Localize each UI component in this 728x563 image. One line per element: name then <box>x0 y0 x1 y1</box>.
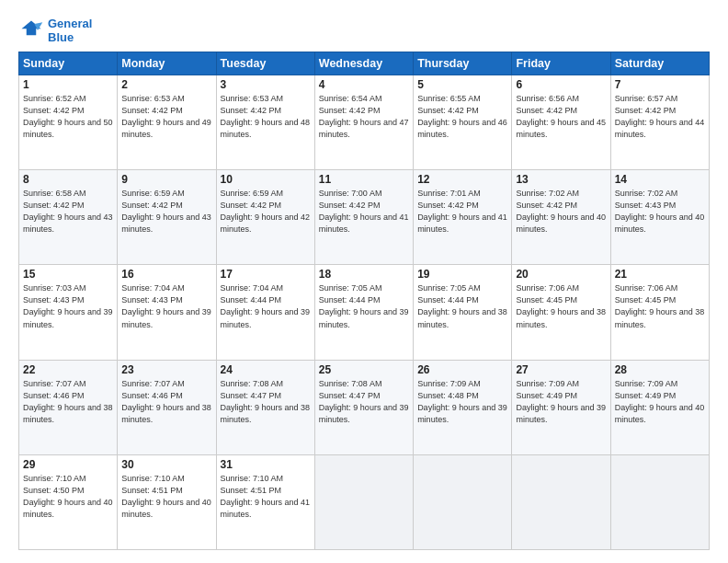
day-number: 1 <box>23 78 113 91</box>
calendar-day-cell: 16Sunrise: 7:04 AMSunset: 4:43 PMDayligh… <box>118 265 216 360</box>
calendar-day-cell: 8Sunrise: 6:58 AMSunset: 4:42 PMDaylight… <box>19 170 118 265</box>
calendar-header-row: SundayMondayTuesdayWednesdayThursdayFrid… <box>19 52 710 75</box>
calendar-day-cell <box>414 454 512 549</box>
day-number: 31 <box>221 458 311 471</box>
day-number: 16 <box>121 268 211 281</box>
day-number: 4 <box>319 78 409 91</box>
day-info: Sunrise: 7:08 AMSunset: 4:47 PMDaylight:… <box>319 378 409 426</box>
calendar-day-cell: 14Sunrise: 7:02 AMSunset: 4:43 PMDayligh… <box>610 170 709 265</box>
calendar-day-cell: 21Sunrise: 7:06 AMSunset: 4:45 PMDayligh… <box>610 265 709 360</box>
day-info: Sunrise: 7:04 AMSunset: 4:43 PMDaylight:… <box>121 282 211 330</box>
day-info: Sunrise: 6:58 AMSunset: 4:42 PMDaylight:… <box>23 188 113 236</box>
day-number: 27 <box>516 363 606 376</box>
day-info: Sunrise: 7:09 AMSunset: 4:49 PMDaylight:… <box>615 378 705 426</box>
calendar-day-cell: 10Sunrise: 6:59 AMSunset: 4:42 PMDayligh… <box>216 170 314 265</box>
calendar-header-thursday: Thursday <box>414 52 512 75</box>
day-number: 17 <box>221 268 311 281</box>
calendar-day-cell: 18Sunrise: 7:05 AMSunset: 4:44 PMDayligh… <box>314 265 413 360</box>
day-number: 3 <box>221 78 311 91</box>
calendar-day-cell: 25Sunrise: 7:08 AMSunset: 4:47 PMDayligh… <box>314 360 413 454</box>
day-info: Sunrise: 6:52 AMSunset: 4:42 PMDaylight:… <box>23 93 113 141</box>
calendar-day-cell <box>314 454 413 549</box>
day-info: Sunrise: 7:10 AMSunset: 4:51 PMDaylight:… <box>221 473 311 521</box>
calendar-header-friday: Friday <box>512 52 610 75</box>
calendar-day-cell: 23Sunrise: 7:07 AMSunset: 4:46 PMDayligh… <box>118 360 216 454</box>
day-number: 6 <box>516 78 606 91</box>
calendar-day-cell: 11Sunrise: 7:00 AMSunset: 4:42 PMDayligh… <box>314 170 413 265</box>
day-info: Sunrise: 6:57 AMSunset: 4:42 PMDaylight:… <box>615 93 705 141</box>
calendar-day-cell: 29Sunrise: 7:10 AMSunset: 4:50 PMDayligh… <box>19 454 118 549</box>
calendar-day-cell: 27Sunrise: 7:09 AMSunset: 4:49 PMDayligh… <box>512 360 610 454</box>
calendar-day-cell: 1Sunrise: 6:52 AMSunset: 4:42 PMDaylight… <box>19 75 118 170</box>
calendar-header-wednesday: Wednesday <box>314 52 413 75</box>
calendar-day-cell: 7Sunrise: 6:57 AMSunset: 4:42 PMDaylight… <box>610 75 709 170</box>
header: General Blue <box>18 17 710 44</box>
page: General Blue SundayMondayTuesdayWednesda… <box>0 0 728 563</box>
calendar-day-cell: 28Sunrise: 7:09 AMSunset: 4:49 PMDayligh… <box>610 360 709 454</box>
calendar-week-row: 8Sunrise: 6:58 AMSunset: 4:42 PMDaylight… <box>19 170 710 265</box>
calendar-week-row: 1Sunrise: 6:52 AMSunset: 4:42 PMDaylight… <box>19 75 710 170</box>
calendar-day-cell: 31Sunrise: 7:10 AMSunset: 4:51 PMDayligh… <box>216 454 314 549</box>
calendar-day-cell: 4Sunrise: 6:54 AMSunset: 4:42 PMDaylight… <box>314 75 413 170</box>
calendar-day-cell: 15Sunrise: 7:03 AMSunset: 4:43 PMDayligh… <box>19 265 118 360</box>
logo-icon <box>18 17 44 43</box>
day-info: Sunrise: 7:05 AMSunset: 4:44 PMDaylight:… <box>417 282 507 330</box>
calendar-day-cell: 5Sunrise: 6:55 AMSunset: 4:42 PMDaylight… <box>414 75 512 170</box>
calendar-day-cell: 30Sunrise: 7:10 AMSunset: 4:51 PMDayligh… <box>118 454 216 549</box>
day-info: Sunrise: 7:06 AMSunset: 4:45 PMDaylight:… <box>615 282 705 330</box>
day-number: 13 <box>516 173 606 186</box>
day-number: 28 <box>615 363 705 376</box>
day-info: Sunrise: 6:59 AMSunset: 4:42 PMDaylight:… <box>121 188 211 236</box>
day-info: Sunrise: 7:00 AMSunset: 4:42 PMDaylight:… <box>319 188 409 236</box>
calendar-day-cell: 2Sunrise: 6:53 AMSunset: 4:42 PMDaylight… <box>118 75 216 170</box>
day-number: 23 <box>121 363 211 376</box>
calendar-table: SundayMondayTuesdayWednesdayThursdayFrid… <box>18 52 710 550</box>
calendar-day-cell: 22Sunrise: 7:07 AMSunset: 4:46 PMDayligh… <box>19 360 118 454</box>
calendar-week-row: 29Sunrise: 7:10 AMSunset: 4:50 PMDayligh… <box>19 454 710 549</box>
calendar-day-cell <box>512 454 610 549</box>
day-number: 5 <box>417 78 507 91</box>
day-info: Sunrise: 7:09 AMSunset: 4:49 PMDaylight:… <box>516 378 606 426</box>
logo: General Blue <box>18 17 92 44</box>
day-info: Sunrise: 6:56 AMSunset: 4:42 PMDaylight:… <box>516 93 606 141</box>
calendar-day-cell: 13Sunrise: 7:02 AMSunset: 4:42 PMDayligh… <box>512 170 610 265</box>
day-number: 9 <box>121 173 211 186</box>
calendar-header-tuesday: Tuesday <box>216 52 314 75</box>
day-number: 14 <box>615 173 705 186</box>
day-number: 18 <box>319 268 409 281</box>
day-info: Sunrise: 7:01 AMSunset: 4:42 PMDaylight:… <box>417 188 507 236</box>
day-info: Sunrise: 7:07 AMSunset: 4:46 PMDaylight:… <box>23 378 113 426</box>
day-info: Sunrise: 7:10 AMSunset: 4:51 PMDaylight:… <box>121 473 211 521</box>
calendar-day-cell: 17Sunrise: 7:04 AMSunset: 4:44 PMDayligh… <box>216 265 314 360</box>
day-info: Sunrise: 7:04 AMSunset: 4:44 PMDaylight:… <box>221 282 311 330</box>
day-number: 2 <box>121 78 211 91</box>
logo-text: General Blue <box>48 17 92 44</box>
day-number: 24 <box>221 363 311 376</box>
calendar-day-cell: 26Sunrise: 7:09 AMSunset: 4:48 PMDayligh… <box>414 360 512 454</box>
day-info: Sunrise: 7:08 AMSunset: 4:47 PMDaylight:… <box>221 378 311 426</box>
calendar-day-cell: 9Sunrise: 6:59 AMSunset: 4:42 PMDaylight… <box>118 170 216 265</box>
day-number: 20 <box>516 268 606 281</box>
day-number: 15 <box>23 268 113 281</box>
day-number: 19 <box>417 268 507 281</box>
day-info: Sunrise: 7:02 AMSunset: 4:43 PMDaylight:… <box>615 188 705 236</box>
calendar-header-sunday: Sunday <box>19 52 118 75</box>
day-number: 30 <box>121 458 211 471</box>
day-info: Sunrise: 6:53 AMSunset: 4:42 PMDaylight:… <box>221 93 311 141</box>
day-number: 12 <box>417 173 507 186</box>
calendar-week-row: 15Sunrise: 7:03 AMSunset: 4:43 PMDayligh… <box>19 265 710 360</box>
day-number: 7 <box>615 78 705 91</box>
calendar-day-cell: 3Sunrise: 6:53 AMSunset: 4:42 PMDaylight… <box>216 75 314 170</box>
day-number: 21 <box>615 268 705 281</box>
day-info: Sunrise: 6:55 AMSunset: 4:42 PMDaylight:… <box>417 93 507 141</box>
day-info: Sunrise: 7:02 AMSunset: 4:42 PMDaylight:… <box>516 188 606 236</box>
day-number: 11 <box>319 173 409 186</box>
calendar-day-cell: 6Sunrise: 6:56 AMSunset: 4:42 PMDaylight… <box>512 75 610 170</box>
calendar-week-row: 22Sunrise: 7:07 AMSunset: 4:46 PMDayligh… <box>19 360 710 454</box>
day-info: Sunrise: 6:54 AMSunset: 4:42 PMDaylight:… <box>319 93 409 141</box>
day-number: 8 <box>23 173 113 186</box>
calendar-day-cell: 19Sunrise: 7:05 AMSunset: 4:44 PMDayligh… <box>414 265 512 360</box>
day-number: 26 <box>417 363 507 376</box>
day-number: 22 <box>23 363 113 376</box>
calendar-day-cell <box>610 454 709 549</box>
